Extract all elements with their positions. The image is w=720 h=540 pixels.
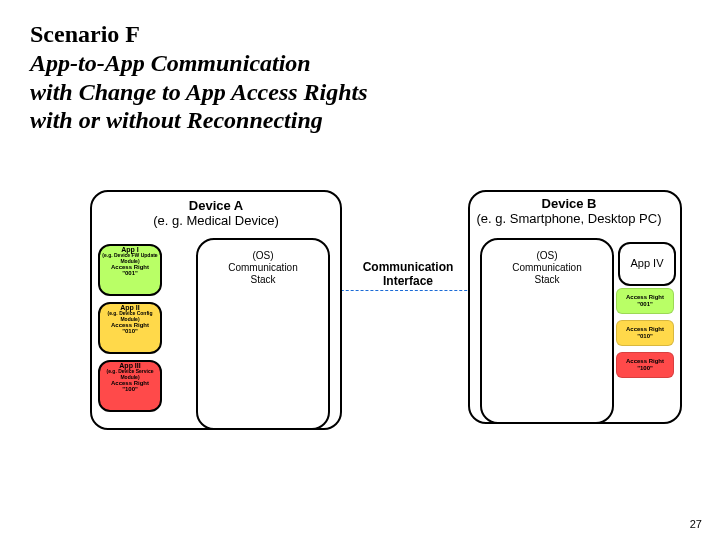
- stack-a: (OS) Communication Stack: [196, 238, 330, 430]
- right-3-val: "100": [617, 365, 673, 372]
- connector-stackA-stackB: [326, 290, 482, 291]
- right-2-val: "010": [617, 333, 673, 340]
- title-line-1: Scenario F: [30, 20, 690, 49]
- comm-interface-label: Communication Interface: [348, 260, 468, 288]
- app-1-arval: "001": [100, 270, 160, 276]
- app-2-sub: (e.g. Device Config Module): [100, 311, 160, 322]
- device-a-title: Device A (e. g. Medical Device): [92, 198, 340, 228]
- app-4-name: App IV: [630, 258, 663, 270]
- stack-b-l2: Communication: [482, 262, 612, 274]
- device-b-example: (e. g. Smartphone, Desktop PC): [477, 211, 662, 226]
- device-b-name: Device B: [542, 196, 597, 211]
- app-4: App IV: [618, 242, 676, 286]
- stack-a-l1: (OS): [198, 250, 328, 262]
- right-3: Access Right "100": [616, 352, 674, 378]
- right-2: Access Right "010": [616, 320, 674, 346]
- device-a-example: (e. g. Medical Device): [153, 213, 279, 228]
- stack-b: (OS) Communication Stack: [480, 238, 614, 424]
- slide: Scenario F App-to-App Communication with…: [0, 0, 720, 540]
- app-3-sub: (e.g. Device Service Module): [100, 369, 160, 380]
- right-1: Access Right "001": [616, 288, 674, 314]
- title-block: Scenario F App-to-App Communication with…: [30, 20, 690, 135]
- app-2: App II (e.g. Device Config Module) Acces…: [98, 302, 162, 354]
- app-3: App III (e.g. Device Service Module) Acc…: [98, 360, 162, 412]
- app-1: App I (e.g. Device FW Update Module) Acc…: [98, 244, 162, 296]
- right-3-lbl: Access Right: [617, 358, 673, 365]
- page-number: 27: [690, 518, 702, 530]
- ci-l1: Communication: [348, 260, 468, 274]
- app-1-sub: (e.g. Device FW Update Module): [100, 253, 160, 264]
- device-a-name: Device A: [189, 198, 243, 213]
- device-b-title: Device B (e. g. Smartphone, Desktop PC): [414, 196, 720, 226]
- ci-l2: Interface: [348, 274, 468, 288]
- stack-a-l3: Stack: [198, 274, 328, 286]
- right-1-val: "001": [617, 301, 673, 308]
- stack-b-l1: (OS): [482, 250, 612, 262]
- stack-b-l3: Stack: [482, 274, 612, 286]
- diagram: Device A (e. g. Medical Device) (OS) Com…: [34, 190, 686, 440]
- stack-a-l2: Communication: [198, 262, 328, 274]
- title-line-3: with Change to App Access Rights: [30, 78, 690, 107]
- app-2-arval: "010": [100, 328, 160, 334]
- right-2-lbl: Access Right: [617, 326, 673, 333]
- title-line-2: App-to-App Communication: [30, 49, 690, 78]
- title-line-4: with or without Reconnecting: [30, 106, 690, 135]
- right-1-lbl: Access Right: [617, 294, 673, 301]
- app-3-arval: "100": [100, 386, 160, 392]
